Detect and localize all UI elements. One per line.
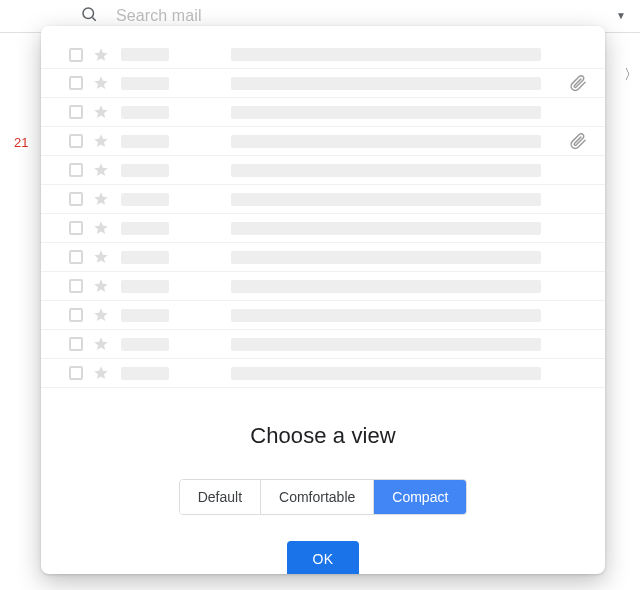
star-icon <box>93 104 109 120</box>
subject-placeholder <box>231 106 541 119</box>
chevron-right-icon: 〉 <box>624 66 638 84</box>
attachment-icon <box>569 74 587 92</box>
checkbox-icon <box>69 221 83 235</box>
density-option-default[interactable]: Default <box>180 480 261 514</box>
star-icon <box>93 191 109 207</box>
subject-placeholder <box>231 280 541 293</box>
checkbox-icon <box>69 48 83 62</box>
subject-placeholder <box>231 48 541 61</box>
star-icon <box>93 249 109 265</box>
checkbox-icon <box>69 192 83 206</box>
star-icon <box>93 133 109 149</box>
star-icon <box>93 220 109 236</box>
choose-view-dialog: Choose a view Default Comfortable Compac… <box>41 26 605 574</box>
preview-row <box>41 40 605 69</box>
subject-placeholder <box>231 338 541 351</box>
sender-placeholder <box>121 338 169 351</box>
preview-row <box>41 359 605 388</box>
sender-placeholder <box>121 309 169 322</box>
preview-row <box>41 69 605 98</box>
subject-placeholder <box>231 164 541 177</box>
preview-row <box>41 330 605 359</box>
star-icon <box>93 336 109 352</box>
search-placeholder: Search mail <box>116 7 202 25</box>
view-preview <box>41 26 605 395</box>
preview-row <box>41 98 605 127</box>
sender-placeholder <box>121 193 169 206</box>
sender-placeholder <box>121 251 169 264</box>
preview-row <box>41 185 605 214</box>
star-icon <box>93 278 109 294</box>
density-segmented-control: Default Comfortable Compact <box>179 479 468 515</box>
sender-placeholder <box>121 280 169 293</box>
subject-placeholder <box>231 367 541 380</box>
density-option-compact[interactable]: Compact <box>374 480 466 514</box>
preview-row <box>41 301 605 330</box>
sender-placeholder <box>121 367 169 380</box>
preview-row <box>41 272 605 301</box>
checkbox-icon <box>69 308 83 322</box>
svg-point-0 <box>83 8 94 19</box>
svg-line-1 <box>92 17 95 20</box>
sender-placeholder <box>121 48 169 61</box>
subject-placeholder <box>231 309 541 322</box>
dialog-body: Choose a view Default Comfortable Compac… <box>41 395 605 574</box>
preview-row <box>41 127 605 156</box>
preview-row <box>41 243 605 272</box>
search-icon <box>80 5 98 27</box>
attachment-icon <box>569 132 587 150</box>
density-option-comfortable[interactable]: Comfortable <box>261 480 374 514</box>
subject-placeholder <box>231 251 541 264</box>
star-icon <box>93 47 109 63</box>
subject-placeholder <box>231 77 541 90</box>
star-icon <box>93 307 109 323</box>
checkbox-icon <box>69 366 83 380</box>
sidebar-unread-badge: 21 <box>14 135 28 150</box>
checkbox-icon <box>69 76 83 90</box>
checkbox-icon <box>69 279 83 293</box>
sender-placeholder <box>121 164 169 177</box>
sender-placeholder <box>121 77 169 90</box>
caret-down-icon: ▼ <box>616 10 626 21</box>
preview-row <box>41 214 605 243</box>
sender-placeholder <box>121 135 169 148</box>
checkbox-icon <box>69 134 83 148</box>
sender-placeholder <box>121 222 169 235</box>
subject-placeholder <box>231 135 541 148</box>
checkbox-icon <box>69 250 83 264</box>
subject-placeholder <box>231 222 541 235</box>
sender-placeholder <box>121 106 169 119</box>
preview-row <box>41 156 605 185</box>
checkbox-icon <box>69 105 83 119</box>
ok-button[interactable]: OK <box>287 541 360 574</box>
checkbox-icon <box>69 337 83 351</box>
checkbox-icon <box>69 163 83 177</box>
dialog-title: Choose a view <box>41 423 605 449</box>
star-icon <box>93 75 109 91</box>
star-icon <box>93 365 109 381</box>
star-icon <box>93 162 109 178</box>
subject-placeholder <box>231 193 541 206</box>
